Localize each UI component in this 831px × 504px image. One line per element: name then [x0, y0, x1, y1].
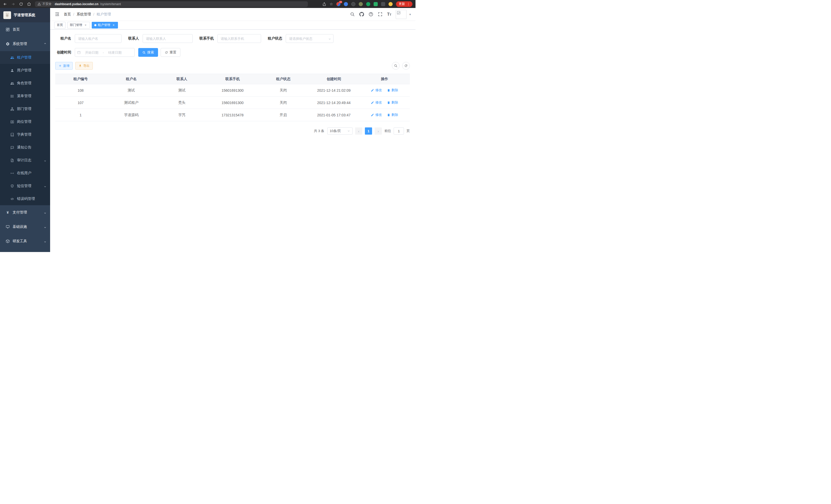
search-icon[interactable]: [350, 12, 355, 17]
column-header: 联系人: [156, 74, 207, 84]
yen-icon: ¥: [6, 210, 10, 214]
add-button[interactable]: 新增: [55, 62, 73, 69]
sidebar-item-user[interactable]: 用户管理: [0, 64, 50, 77]
contact-input[interactable]: [143, 34, 193, 43]
cell-created: 2021-12-14 20:49:44: [309, 97, 359, 109]
export-button[interactable]: 导出: [75, 62, 93, 69]
extension-icon-2[interactable]: [344, 2, 348, 6]
edit-link[interactable]: 修改: [371, 113, 382, 117]
sidebar-item-label: 通知公告: [17, 145, 31, 150]
sidebar-item-errcode[interactable]: 错误码管理: [0, 192, 50, 205]
tenant-name-input[interactable]: [75, 34, 121, 43]
sidebar-item-role[interactable]: 角色管理: [0, 77, 50, 90]
show-search-button[interactable]: [392, 62, 400, 69]
toolbar: 新增 导出: [55, 62, 410, 69]
goto-page-input[interactable]: [394, 127, 404, 135]
start-date-input[interactable]: [82, 51, 102, 55]
edit-icon: [371, 89, 374, 92]
reload-icon[interactable]: [19, 2, 23, 6]
help-icon[interactable]: [369, 12, 373, 17]
security-label[interactable]: 不安全: [42, 2, 52, 6]
sidebar-item-label: 错误码管理: [17, 197, 35, 201]
delete-link[interactable]: 删除: [387, 100, 398, 105]
reset-button[interactable]: 重置: [161, 48, 180, 57]
avatar-caret-icon[interactable]: ▾: [409, 12, 411, 16]
bookmark-star-icon[interactable]: ☆: [330, 2, 333, 6]
chevron-down-icon: [44, 185, 47, 187]
cell-created: 2021-12-14 21:02:09: [309, 84, 359, 97]
end-date-input[interactable]: [105, 51, 125, 55]
breadcrumb-system[interactable]: 系统管理: [77, 12, 91, 17]
forward-icon[interactable]: [11, 2, 15, 6]
extension-icon-1[interactable]: 10: [336, 2, 341, 6]
avatar[interactable]: [396, 10, 406, 19]
edit-link[interactable]: 修改: [371, 100, 382, 105]
extension-icon-4[interactable]: [359, 2, 363, 6]
search-button[interactable]: 搜索: [138, 48, 158, 57]
github-icon[interactable]: [359, 12, 364, 17]
refresh-icon: [404, 64, 408, 67]
cell-contact: 秃头: [156, 97, 207, 109]
app-logo[interactable]: 芋道管理系统: [0, 8, 50, 22]
status-label: 租户状态: [268, 36, 282, 41]
extension-icon-5[interactable]: [366, 2, 370, 6]
close-icon[interactable]: ×: [84, 23, 87, 27]
delete-link[interactable]: 删除: [387, 113, 398, 117]
create-time-label: 创建时间: [55, 50, 71, 55]
extension-icon-3[interactable]: [351, 2, 355, 6]
range-separator: -: [103, 51, 104, 55]
chevron-down-icon: [44, 159, 47, 162]
sidebar-item-system[interactable]: 系统管理: [0, 37, 50, 51]
sidebar-item-dept[interactable]: 部门管理: [0, 102, 50, 115]
home-icon[interactable]: [27, 2, 31, 6]
next-page-button[interactable]: ›: [375, 127, 382, 135]
delete-link[interactable]: 删除: [387, 88, 398, 92]
edit-link[interactable]: 修改: [371, 88, 382, 92]
back-icon[interactable]: [3, 2, 7, 6]
date-range-picker[interactable]: -: [75, 48, 135, 57]
status-select[interactable]: [286, 34, 334, 43]
sidebar-item-infrastructure[interactable]: 基础设施: [0, 219, 50, 234]
page-1-button[interactable]: 1: [365, 127, 372, 135]
cell-tenant-name: 测试: [106, 84, 156, 97]
tag-tenant[interactable]: 租户管理 ×: [92, 22, 118, 29]
sidebar-item-label: 首页: [12, 27, 20, 32]
extension-icon-6[interactable]: [374, 2, 378, 6]
table-tools: [392, 62, 410, 69]
message-icon: [10, 146, 14, 149]
sidebar-item-tenant[interactable]: 租户管理: [0, 51, 50, 64]
sidebar-item-home[interactable]: 首页: [0, 22, 50, 37]
sidebar-item-online[interactable]: 在线用户: [0, 167, 50, 180]
sidebar-item-sms[interactable]: 短信管理: [0, 180, 50, 192]
mobile-input[interactable]: [218, 34, 261, 43]
browser-menu-icon[interactable]: ⋮: [407, 2, 410, 6]
font-size-icon[interactable]: TT: [387, 12, 391, 16]
column-header: 租户状态: [258, 74, 309, 84]
prev-page-button[interactable]: ‹: [355, 127, 362, 135]
sidebar-item-audit[interactable]: 审计日志: [0, 154, 50, 167]
signal-icon: [10, 171, 14, 175]
extension-icon-7[interactable]: [381, 2, 385, 6]
monitor-icon: [6, 225, 10, 229]
sidebar-item-payment[interactable]: ¥ 支付管理: [0, 205, 50, 219]
sidebar-item-notice[interactable]: 通知公告: [0, 141, 50, 154]
browser-update-button[interactable]: 更新 ⋮: [396, 1, 412, 7]
sidebar-toggle-icon[interactable]: [55, 12, 60, 17]
url-path: /system/tenant: [100, 2, 121, 6]
tag-label: 租户管理: [98, 23, 110, 27]
fullscreen-icon[interactable]: [378, 12, 382, 17]
address-bar[interactable]: 不安全 dashboard.yudao.iocoder.cn/system/te…: [35, 1, 308, 7]
close-icon[interactable]: ×: [112, 23, 115, 27]
browser-chrome: 不安全 dashboard.yudao.iocoder.cn/system/te…: [0, 0, 416, 8]
sidebar-item-post[interactable]: 岗位管理: [0, 115, 50, 128]
tag-dept[interactable]: 部门管理 ×: [67, 22, 90, 29]
sidebar-item-devtools[interactable]: 研发工具: [0, 234, 50, 248]
sidebar-item-menu[interactable]: 菜单管理: [0, 90, 50, 102]
page-size-select[interactable]: 10条/页: [327, 127, 352, 135]
extension-icon-8[interactable]: [389, 2, 393, 6]
tag-home[interactable]: 首页: [54, 22, 65, 29]
breadcrumb-home[interactable]: 首页: [64, 12, 71, 17]
sidebar-item-dict[interactable]: 字典管理: [0, 128, 50, 141]
refresh-table-button[interactable]: [402, 62, 410, 69]
share-icon[interactable]: [322, 2, 326, 6]
